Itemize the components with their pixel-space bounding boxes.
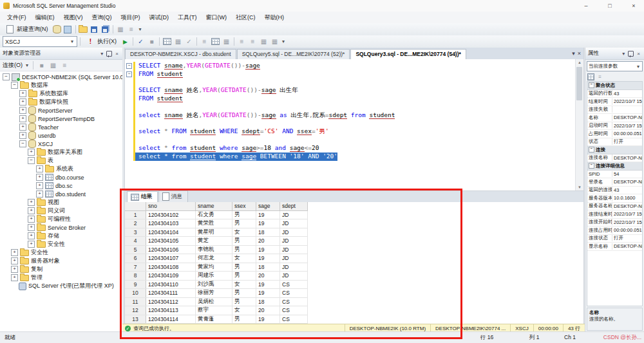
expand-box-icon[interactable]: + [28,224,35,231]
collapse-box-icon[interactable]: − [3,73,10,80]
grid-cell[interactable]: 黄青蓬 [196,315,232,324]
close-panel-icon[interactable]: × [114,51,120,57]
tree-item[interactable]: −数据库 [0,81,122,89]
grid-cell[interactable]: 19 [256,315,280,324]
grid-cell[interactable]: CS [280,297,308,306]
editor-tab[interactable]: DESKTOP-NBME2IK.XSCJ - dbo.student [125,49,236,59]
close-button[interactable]: × [623,1,644,12]
tree-item[interactable]: +userdb [0,131,122,140]
grid-cell[interactable]: 1204304106 [146,245,196,254]
new-query-button[interactable]: 新建查询(N) [3,23,51,35]
code-line[interactable] [125,120,576,128]
connection-parameters-combo[interactable]: 当前连接参数 ▾ [587,61,643,71]
grid-cell[interactable]: 1204304107 [146,254,196,263]
grid-cell[interactable]: 19 [256,254,280,263]
outdent-icon[interactable]: ▦ [270,37,279,46]
property-row[interactable]: 启动时间2022/10/7 15:22:53 [587,122,642,131]
grid-cell[interactable]: 男 [232,272,256,281]
grid-cell[interactable]: 黄星明 [196,228,232,237]
grid-cell[interactable]: 18 [256,297,280,306]
grid-cell[interactable]: 19 [256,219,280,228]
tree-item[interactable]: +ReportServer [0,106,122,115]
expand-box-icon[interactable]: + [11,249,18,256]
tree-item[interactable]: +系统数据库 [0,89,122,98]
outline-collapse-box[interactable]: − [126,63,132,69]
refresh-icon[interactable]: ▦ [48,60,58,70]
row-number-cell[interactable]: 4 [125,237,146,246]
collapse-box-icon[interactable]: − [11,82,18,89]
menu-item[interactable]: 查询(Q) [88,12,117,23]
expand-box-icon[interactable]: + [28,241,35,248]
row-number-cell[interactable]: 12 [125,306,146,315]
grid-cell[interactable]: 1204304110 [146,280,196,289]
collapse-box-icon[interactable]: − [589,163,594,169]
tree-item[interactable]: +可编程性 [0,215,122,223]
grid-cell[interactable]: 19 [256,210,280,219]
toolbar-overflow-chevron-icon[interactable]: ▾ [281,39,286,44]
property-row[interactable]: 登录名DESKTOP-NBME2IK [587,178,642,187]
tree-item[interactable]: −XSCJ [0,140,122,148]
row-number-cell[interactable]: 8 [125,272,146,281]
tree-item[interactable]: +ReportServerTempDB [0,115,122,123]
code-line[interactable] [125,79,576,87]
property-row[interactable]: 返回的连接行数43 [587,187,642,195]
maximize-button[interactable]: □ [600,1,620,12]
activity-monitor-icon[interactable]: ≡ [127,24,137,34]
grid-row[interactable]: 101204304111徐丽芳男19CS [125,289,308,298]
expand-box-icon[interactable]: + [36,174,43,181]
grid-cell[interactable]: 李锦凯 [196,245,232,254]
grid-row[interactable]: 71204304108黄家均男18JD [125,263,308,272]
tree-item[interactable]: +存储 [0,232,122,240]
tree-item[interactable]: +同义词 [0,207,122,215]
grid-cell[interactable]: JD [280,263,308,272]
property-row[interactable]: 显示名称DESKTOP-NBME2IK [587,243,642,251]
collapse-box-icon[interactable]: − [28,157,35,164]
grid-cell[interactable]: 何志龙 [196,254,232,263]
grid-row[interactable]: 21204304103黄荣胜男19JD [125,219,308,228]
tree-item[interactable]: +安全性 [0,240,122,248]
expand-box-icon[interactable]: + [28,216,35,223]
grid-row[interactable]: 91204304110刘沙禹女19CS [125,280,308,289]
row-number-cell[interactable]: 3 [125,228,146,237]
minimize-button[interactable]: – [576,1,596,12]
comment-icon[interactable]: ≡ [237,37,247,46]
expand-box-icon[interactable]: + [28,207,35,214]
property-row[interactable]: 服务器版本10.0.1600 [587,194,642,203]
results-to-grid-icon[interactable] [211,37,220,46]
grid-row[interactable]: 51204304106李锦凯男19JD [125,245,308,254]
collapse-box-icon[interactable]: − [19,140,26,147]
grid-cell[interactable]: 男 [232,245,256,254]
grid-cell[interactable]: 19 [256,280,280,289]
property-row[interactable]: 结束时间2022/10/7 15:22:53 [587,98,642,106]
expand-box-icon[interactable]: + [36,190,43,198]
filter-icon[interactable]: ≡ [60,60,70,70]
grid-cell[interactable]: 20 [256,306,280,315]
grid-cell[interactable]: JD [280,228,308,237]
grid-cell[interactable]: 1204304109 [146,272,196,281]
close-panel-icon[interactable]: × [636,51,641,57]
grid-cell[interactable]: 石文勇 [196,210,232,219]
tree-item[interactable]: −DESKTOP-NBME2IK (SQL Server 10.0.160 [0,73,122,81]
grid-cell[interactable]: 19 [256,289,280,298]
tab-messages[interactable]: 消息 [158,190,188,202]
menu-item[interactable]: 调试(D) [145,12,174,23]
results-to-text-icon[interactable]: ≡ [200,37,209,46]
row-number-cell[interactable]: 5 [125,245,146,254]
categorized-view-icon[interactable] [587,73,594,80]
expand-box-icon[interactable]: + [36,165,43,172]
property-row[interactable]: 连接名称DESKTOP-NBME2IK [587,154,642,163]
grid-column-header[interactable]: sage [256,202,280,210]
code-line[interactable]: −SELECT sname,YEAR(GETDATE())-sage [125,62,576,70]
code-line[interactable]: FROM student [125,95,576,103]
grid-cell[interactable]: JD [280,210,308,219]
expand-box-icon[interactable]: + [36,182,43,189]
grid-cell[interactable]: JD [280,272,308,281]
tree-item[interactable]: +数据库快照 [0,98,122,106]
row-number-cell[interactable]: 10 [125,289,146,298]
indent-icon[interactable]: ▦ [259,37,269,46]
database-engine-query-icon[interactable] [52,24,62,34]
grid-cell[interactable]: 女 [232,306,256,315]
grid-cell[interactable]: 黄荣胜 [196,219,232,228]
property-section[interactable]: −连接 [587,146,642,154]
menu-item[interactable]: 帮助(H) [260,12,289,23]
